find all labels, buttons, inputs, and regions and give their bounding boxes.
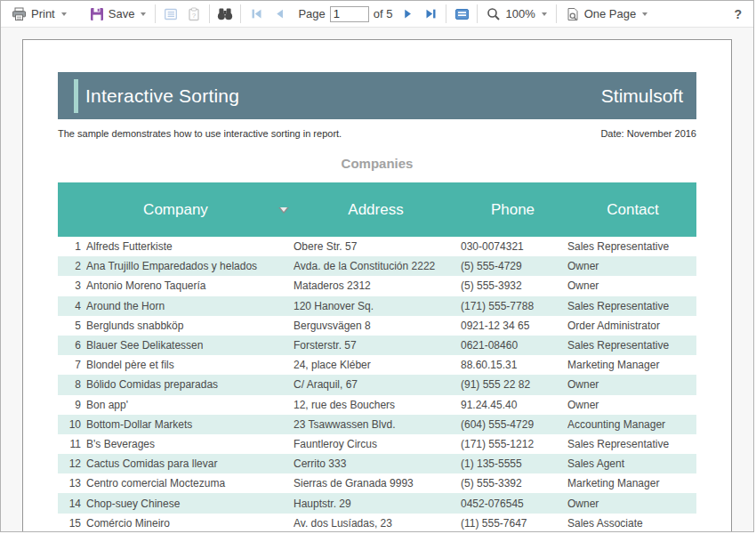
print-button[interactable]: Print	[6, 3, 72, 26]
cell-address: Mataderos 2312	[294, 279, 458, 292]
cell-address: C/ Araquil, 67	[294, 378, 458, 391]
report-meta: The sample demonstrates how to use inter…	[58, 128, 696, 139]
row-number: 8	[58, 378, 86, 391]
column-header-address[interactable]: Address	[294, 201, 458, 219]
zoom-dropdown[interactable]: 100%	[481, 3, 551, 26]
cell-contact: Accounting Manager	[567, 418, 698, 431]
table-row: 13Centro comercial MoctezumaSierras de G…	[58, 473, 696, 493]
save-button[interactable]: Save	[84, 3, 152, 26]
help-button[interactable]: ?	[734, 7, 742, 21]
clipboard-question-icon: ?	[187, 7, 201, 21]
row-number: 13	[58, 477, 86, 490]
page-count-label: of 5	[374, 7, 393, 20]
cell-company: Bólido Comidas preparadas	[86, 378, 294, 391]
cell-address: 24, place Kléber	[294, 359, 458, 371]
row-number: 2	[58, 260, 86, 272]
cell-contact: Owner	[567, 279, 698, 292]
cell-contact: Sales Representative	[567, 339, 698, 352]
report-title: Interactive Sorting	[85, 85, 239, 107]
view-mode-dropdown[interactable]: One Page	[560, 3, 654, 26]
cell-contact: Order Administrator	[567, 320, 698, 332]
brand-name: Stimulsoft	[601, 85, 683, 107]
row-number: 12	[58, 457, 86, 470]
find-button[interactable]	[213, 3, 237, 26]
viewer-area[interactable]: Interactive Sorting Stimulsoft The sampl…	[1, 28, 753, 532]
document-map-icon	[164, 7, 178, 21]
column-header-phone[interactable]: Phone	[458, 201, 567, 219]
cell-address: Sierras de Granada 9993	[294, 477, 458, 490]
cell-contact: Sales Representative	[567, 300, 698, 312]
binoculars-icon	[217, 7, 233, 20]
cell-phone: (604) 555-4729	[458, 418, 567, 431]
cell-contact: Sales Representative	[567, 438, 698, 450]
report-title-band: Interactive Sorting Stimulsoft	[58, 72, 696, 119]
previous-page-button[interactable]	[268, 3, 291, 26]
page-number-input[interactable]	[330, 6, 369, 22]
column-header-company-label: Company	[143, 201, 208, 218]
full-screen-button[interactable]	[450, 3, 473, 26]
cell-company: B's Beverages	[86, 438, 294, 450]
cell-address: Hauptstr. 29	[294, 498, 458, 510]
table-row: 2Ana Trujillo Emparedados y heladosAvda.…	[58, 256, 696, 276]
toolbar-separator	[155, 4, 156, 23]
cell-phone: (171) 555-7788	[458, 300, 567, 312]
cell-company: Bon app'	[86, 399, 294, 411]
cell-company: Alfreds Futterkiste	[86, 240, 294, 253]
last-page-icon	[425, 8, 437, 20]
cell-address: Av. dos Lusíadas, 23	[294, 517, 458, 530]
cell-phone: 91.24.45.40	[458, 399, 567, 411]
table-body: 1Alfreds FutterkisteObere Str. 57030-007…	[58, 237, 696, 532]
table-row: 9Bon app'12, rue des Bouchers91.24.45.40…	[58, 395, 696, 415]
view-mode-value: One Page	[584, 7, 637, 20]
cell-company: Blauer See Delikatessen	[86, 339, 294, 352]
table-title: Companies	[58, 156, 696, 171]
column-header-contact[interactable]: Contact	[567, 201, 698, 219]
cell-address: Fauntleroy Circus	[294, 438, 458, 450]
previous-page-icon	[274, 8, 286, 20]
report-page: Interactive Sorting Stimulsoft The sampl…	[22, 39, 732, 532]
row-number: 10	[58, 418, 86, 431]
parameters-button[interactable]: ?	[182, 3, 205, 26]
cell-contact: Sales Representative	[567, 240, 698, 253]
chevron-down-icon	[141, 12, 146, 16]
save-label: Save	[109, 7, 135, 20]
toolbar-separator	[209, 4, 210, 23]
column-header-company[interactable]: Company	[58, 201, 294, 219]
first-page-button[interactable]	[245, 3, 268, 26]
cell-phone: 0452-076545	[458, 498, 567, 510]
row-number: 14	[58, 498, 86, 510]
last-page-button[interactable]	[419, 3, 442, 26]
cell-contact: Sales Associate	[567, 517, 698, 530]
svg-text:?: ?	[192, 11, 197, 19]
zoom-value: 100%	[505, 7, 535, 20]
cell-company: Berglunds snabbköp	[86, 320, 294, 332]
table-row: 1Alfreds FutterkisteObere Str. 57030-007…	[58, 237, 696, 256]
cell-phone: 030-0074321	[458, 240, 567, 253]
row-number: 7	[58, 359, 86, 371]
cell-contact: Marketing Manager	[567, 477, 698, 490]
bookmarks-button[interactable]	[159, 3, 182, 26]
cell-address: 23 Tsawwassen Blvd.	[294, 418, 458, 431]
table-row: 12Cactus Comidas para llevarCerrito 333(…	[58, 454, 696, 473]
cell-phone: (5) 555-3392	[458, 477, 567, 490]
page-view-icon	[566, 7, 580, 21]
printer-icon	[12, 7, 27, 21]
cell-phone: (171) 555-1212	[458, 438, 567, 450]
table-header: Company Address Phone Contact	[58, 182, 696, 237]
row-number: 11	[58, 438, 86, 450]
cell-phone: (11) 555-7647	[458, 517, 567, 530]
report-date: Date: November 2016	[600, 128, 696, 139]
sort-indicator-icon[interactable]	[278, 207, 289, 214]
accent-bar	[74, 79, 78, 113]
cell-contact: Owner	[567, 260, 698, 272]
row-number: 9	[58, 399, 86, 411]
page-label: Page	[298, 7, 325, 20]
chevron-down-icon	[542, 12, 547, 16]
table-row: 10Bottom-Dollar Markets23 Tsawwassen Blv…	[58, 415, 696, 434]
next-page-button[interactable]	[396, 3, 419, 26]
table-row: 11B's BeveragesFauntleroy Circus(171) 55…	[58, 434, 696, 454]
cell-contact: Marketing Manager	[567, 359, 698, 371]
row-number: 4	[58, 300, 86, 312]
cell-phone: 0921-12 34 65	[458, 320, 567, 332]
cell-contact: Sales Agent	[567, 457, 698, 470]
